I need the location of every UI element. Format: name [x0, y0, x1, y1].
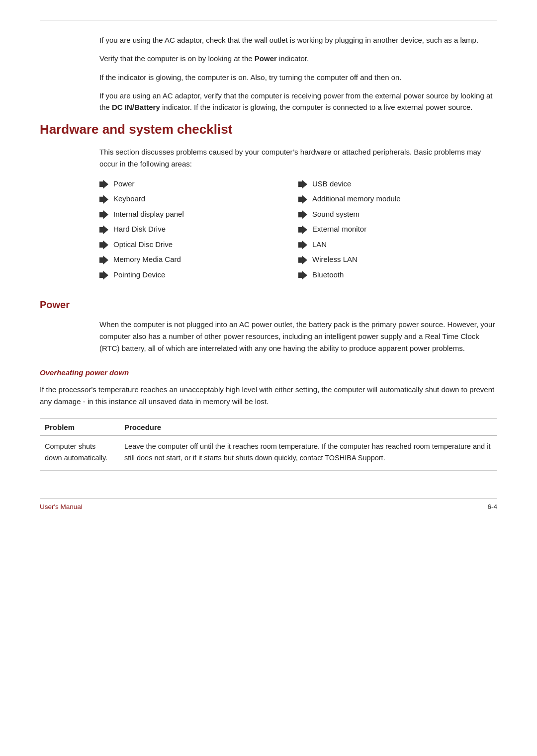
page: If you are using the AC adaptor, check t…: [0, 0, 537, 525]
checklist-item-label: Optical Disc Drive: [113, 239, 173, 251]
overheat-subsection: Overheating power down If the processor'…: [40, 368, 497, 471]
checklist-item: Sound system: [298, 209, 497, 220]
hardware-intro: This section discusses problems caused b…: [99, 146, 497, 169]
checklist-item-label: Power: [113, 178, 135, 190]
checklist-item-label: Pointing Device: [113, 269, 165, 281]
checklist-item-label: Wireless LAN: [312, 254, 358, 265]
top-rule: [40, 20, 497, 20]
bullet-icon: [99, 210, 108, 219]
intro-para3: If the indicator is glowing, the compute…: [99, 72, 497, 83]
bullet-icon: [298, 225, 307, 234]
bullet-icon: [298, 271, 307, 280]
bullet-icon: [298, 180, 307, 189]
bullet-icon: [298, 210, 307, 219]
checklist-item-label: Sound system: [312, 209, 359, 220]
checklist-columns: PowerKeyboardInternal display panelHard …: [99, 178, 497, 285]
bullet-icon: [298, 195, 307, 204]
checklist-item-label: External monitor: [312, 224, 366, 235]
checklist-item: USB device: [298, 178, 497, 190]
checklist-item: Pointing Device: [99, 269, 298, 281]
footer-right: 6-4: [487, 503, 497, 510]
power-intro: When the computer is not plugged into an…: [99, 319, 497, 354]
intro-para2-prefix: Verify that the computer is on by lookin…: [99, 54, 255, 63]
bullet-icon: [298, 241, 307, 250]
checklist-item: Power: [99, 178, 298, 190]
checklist-item: Keyboard: [99, 193, 298, 205]
bullet-icon: [99, 241, 108, 250]
overheat-title: Overheating power down: [40, 368, 497, 377]
checklist-item-label: Internal display panel: [113, 209, 184, 220]
bullet-icon: [298, 255, 307, 264]
intro-para1: If you are using the AC adaptor, check t…: [99, 34, 497, 46]
table-row: Computer shuts down automatically.Leave …: [40, 436, 497, 471]
table-header-procedure: Procedure: [119, 419, 497, 436]
bullet-icon: [99, 225, 108, 234]
checklist-item: Bluetooth: [298, 269, 497, 281]
footer-left: User's Manual: [40, 503, 83, 510]
problem-table: Problem Procedure Computer shuts down au…: [40, 419, 497, 471]
checklist-item-label: Keyboard: [113, 193, 145, 205]
bullet-icon: [99, 271, 108, 280]
table-cell-procedure: Leave the computer off until the it reac…: [119, 436, 497, 471]
intro-section: If you are using the AC adaptor, check t…: [99, 34, 497, 113]
bullet-icon: [99, 255, 108, 264]
checklist-item: Memory Media Card: [99, 254, 298, 265]
checklist-item-label: Bluetooth: [312, 269, 344, 281]
checklist-item-label: Additional memory module: [312, 193, 401, 205]
table-header-problem: Problem: [40, 419, 119, 436]
intro-para2-suffix: indicator.: [277, 54, 309, 63]
checklist-item: External monitor: [298, 224, 497, 235]
intro-para4-suffix: indicator. If the indicator is glowing, …: [160, 103, 473, 111]
intro-para2-bold: Power: [255, 54, 277, 63]
intro-para4-bold: DC IN/Battery: [112, 103, 160, 111]
intro-para4: If you are using an AC adaptor, verify t…: [99, 90, 497, 113]
checklist-col-right: USB deviceAdditional memory moduleSound …: [298, 178, 497, 285]
checklist-item: Internal display panel: [99, 209, 298, 220]
checklist-item-label: USB device: [312, 178, 351, 190]
intro-para2: Verify that the computer is on by lookin…: [99, 53, 497, 64]
checklist-item: Optical Disc Drive: [99, 239, 298, 251]
power-section-title: Power: [40, 299, 497, 311]
checklist-item-label: LAN: [312, 239, 327, 251]
checklist-item: LAN: [298, 239, 497, 251]
bullet-icon: [99, 195, 108, 204]
overheat-desc: If the processor's temperature reaches a…: [40, 384, 497, 408]
checklist-item: Additional memory module: [298, 193, 497, 205]
checklist-item: Wireless LAN: [298, 254, 497, 265]
checklist-col-left: PowerKeyboardInternal display panelHard …: [99, 178, 298, 285]
hardware-section-title: Hardware and system checklist: [40, 122, 497, 137]
footer: User's Manual 6-4: [40, 499, 497, 510]
checklist-item: Hard Disk Drive: [99, 224, 298, 235]
checklist-item-label: Memory Media Card: [113, 254, 181, 265]
checklist-item-label: Hard Disk Drive: [113, 224, 166, 235]
bullet-icon: [99, 180, 108, 189]
table-cell-problem: Computer shuts down automatically.: [40, 436, 119, 471]
